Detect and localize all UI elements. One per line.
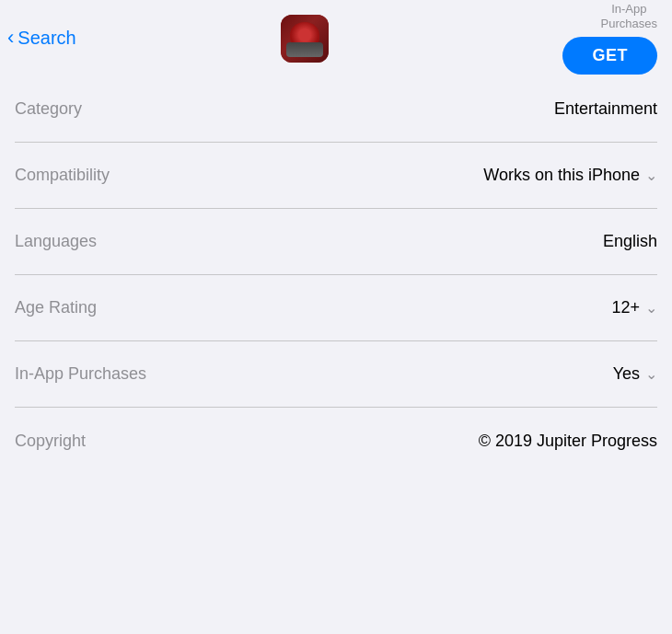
info-row-value-text: 12+ [611, 298, 640, 317]
in-app-purchases-label: In-AppPurchases [601, 2, 657, 30]
info-row-value: © 2019 Jupiter Progress [479, 432, 657, 451]
app-icon [281, 15, 329, 63]
info-row-label: Copyright [15, 432, 86, 451]
info-row-label: Compatibility [15, 166, 110, 185]
info-row-value-text: Entertainment [554, 99, 657, 119]
info-list: CategoryEntertainmentCompatibilityWorks … [0, 76, 672, 474]
info-row-value-text: Yes [613, 364, 640, 384]
info-row: CategoryEntertainment [15, 76, 657, 143]
info-row-label: Age Rating [15, 298, 97, 317]
app-icon-inner [281, 15, 329, 63]
info-row-label: Category [15, 99, 82, 119]
info-row-value: English [603, 232, 657, 251]
get-button[interactable]: GET [562, 37, 657, 75]
info-row[interactable]: Age Rating12+⌄ [15, 275, 657, 341]
info-row: Copyright© 2019 Jupiter Progress [15, 408, 657, 474]
info-row[interactable]: CompatibilityWorks on this iPhone⌄ [15, 143, 657, 209]
info-row-value-text: © 2019 Jupiter Progress [479, 432, 657, 451]
chevron-down-icon: ⌄ [645, 167, 657, 184]
app-icon-container [99, 15, 510, 63]
header-right: In-AppPurchases GET [510, 2, 657, 74]
info-row-value[interactable]: Yes⌄ [613, 364, 657, 384]
info-row-value[interactable]: 12+⌄ [611, 298, 657, 317]
info-row-value-text: Works on this iPhone [483, 166, 640, 185]
info-row-label: In-App Purchases [15, 364, 146, 384]
info-row-value[interactable]: Works on this iPhone⌄ [483, 166, 657, 185]
back-chevron-icon: ‹ [7, 28, 14, 48]
info-row-value: Entertainment [554, 99, 657, 119]
back-label: Search [17, 28, 75, 49]
info-row: LanguagesEnglish [15, 209, 657, 275]
info-row[interactable]: In-App PurchasesYes⌄ [15, 341, 657, 408]
info-row-label: Languages [15, 232, 97, 251]
back-button[interactable]: ‹ Search [7, 28, 99, 49]
chevron-down-icon: ⌄ [645, 365, 657, 383]
header: ‹ Search In-AppPurchases GET [0, 0, 672, 76]
info-row-value-text: English [603, 232, 657, 251]
chevron-down-icon: ⌄ [645, 299, 657, 317]
